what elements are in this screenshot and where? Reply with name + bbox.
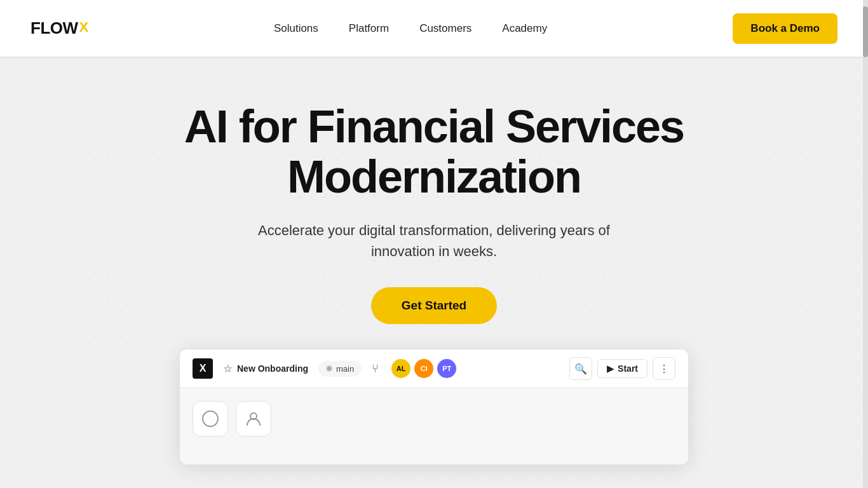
hero-subtitle: Accelerate your digital transformation, … [243, 220, 625, 262]
nav-platform[interactable]: Platform [349, 22, 389, 35]
start-label: Start [618, 363, 638, 374]
canvas-user-node[interactable] [236, 401, 271, 437]
app-logo-icon: X [193, 358, 213, 379]
logo-suffix: x [79, 19, 88, 36]
star-icon: ☆ [223, 363, 232, 375]
app-preview: X ☆ New Onboarding main ⑂ AL CI PT 🔍 ▶ [180, 349, 688, 464]
app-topbar: X ☆ New Onboarding main ⑂ AL CI PT 🔍 ▶ [180, 349, 688, 388]
branch-name: main [336, 364, 354, 374]
hero-section: AI for Financial Services Modernization … [0, 57, 868, 488]
branch-dot-icon [326, 365, 332, 372]
nav-links: Solutions Platform Customers Academy [274, 22, 547, 35]
app-tab[interactable]: ☆ New Onboarding [223, 363, 308, 375]
hero-title: AI for Financial Services Modernization [154, 102, 714, 202]
app-branch[interactable]: main [318, 361, 362, 377]
logo[interactable]: FLOWx [31, 18, 88, 38]
get-started-button[interactable]: Get Started [371, 287, 497, 324]
avatar-ci: CI [414, 359, 433, 378]
app-avatars: AL CI PT [391, 359, 456, 378]
app-actions: 🔍 ▶ Start ⋮ [569, 357, 675, 380]
search-button[interactable]: 🔍 [569, 357, 592, 380]
svg-point-0 [203, 411, 218, 426]
avatar-pt: PT [437, 359, 456, 378]
nav-solutions[interactable]: Solutions [274, 22, 318, 35]
book-demo-button[interactable]: Book a Demo [733, 13, 837, 44]
nav-customers[interactable]: Customers [419, 22, 471, 35]
app-canvas [180, 388, 688, 464]
navbar: FLOWx Solutions Platform Customers Acade… [0, 0, 868, 57]
start-button[interactable]: ▶ Start [597, 359, 648, 378]
scrollbar[interactable] [863, 0, 868, 488]
more-button[interactable]: ⋮ [653, 357, 675, 380]
scrollbar-thumb[interactable] [863, 6, 868, 57]
logo-text: FLOW [31, 18, 78, 38]
tab-label: New Onboarding [237, 363, 308, 374]
git-icon: ⑂ [372, 362, 379, 376]
nav-academy[interactable]: Academy [502, 22, 547, 35]
canvas-circle-node[interactable] [193, 401, 228, 437]
app-logo-letter: X [200, 363, 207, 374]
avatar-al: AL [391, 359, 410, 378]
play-icon: ▶ [607, 363, 614, 374]
